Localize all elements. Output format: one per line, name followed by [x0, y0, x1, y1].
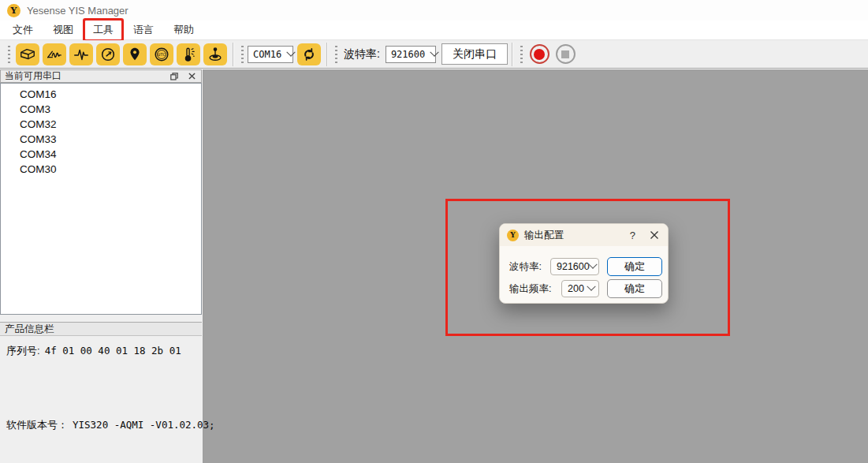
com-port-value: COM16 — [253, 49, 281, 60]
cube-3d-view-button[interactable] — [16, 43, 39, 65]
toolbar-drag-handle[interactable] — [241, 46, 244, 63]
dialog-baud-row: 波特率: 921600 确定 — [500, 257, 669, 276]
float-icon — [170, 73, 178, 80]
baud-rate-label: 波特率: — [344, 47, 380, 62]
available-ports-list: COM16 COM3 COM32 COM33 COM34 COM30 — [0, 83, 202, 315]
port-list-item[interactable]: COM33 — [1, 132, 201, 147]
thermometer-icon — [180, 46, 197, 63]
output-config-dialog: Y 输出配置 ? 波特率: 921600 确定 输出频率: 200 确定 — [499, 223, 669, 304]
dialog-frequency-row: 输出频率: 200 确定 — [500, 279, 669, 298]
chevron-down-icon — [587, 282, 595, 291]
frequency-confirm-button[interactable]: 确定 — [607, 279, 662, 298]
location-pin-icon — [126, 46, 143, 63]
toolbar-separator — [512, 43, 512, 66]
dialog-title: 输出配置 — [524, 229, 564, 242]
gauge-icon — [99, 46, 117, 63]
menu-item-file[interactable]: 文件 — [5, 21, 41, 39]
dialog-baud-select[interactable]: 921600 — [550, 258, 599, 275]
product-info-header: 产品信息栏 — [0, 322, 202, 336]
cube-icon — [19, 46, 36, 63]
float-panel-button[interactable] — [169, 71, 180, 82]
title-bar: Y Yesense YIS Manager — [0, 0, 868, 21]
location-button[interactable] — [123, 43, 147, 65]
app-window: Y Yesense YIS Manager 文件 视图 工具 语言 帮助 UTC — [0, 0, 868, 463]
angle-wave-chart-button[interactable] — [43, 43, 66, 65]
port-list-item[interactable]: COM30 — [1, 162, 201, 177]
temperature-button[interactable] — [177, 43, 200, 65]
port-list-item[interactable]: COM3 — [1, 102, 201, 117]
refresh-icon — [301, 47, 317, 62]
port-list-item[interactable]: COM32 — [1, 117, 201, 132]
dialog-baud-label: 波特率: — [509, 260, 542, 274]
window-title: Yesense YIS Manager — [27, 5, 129, 17]
record-button[interactable] — [530, 44, 549, 64]
pressure-probe-icon — [207, 46, 224, 63]
toolbar-separator — [326, 43, 327, 66]
refresh-ports-button[interactable] — [297, 43, 321, 65]
toolbar-drag-handle[interactable] — [520, 46, 523, 63]
software-version-value: YIS320 -AQMI -V01.02.03; — [73, 419, 215, 431]
svg-text:UTC: UTC — [158, 52, 165, 57]
port-list-item[interactable]: COM16 — [1, 87, 201, 102]
menu-item-tools[interactable]: 工具 — [85, 21, 121, 39]
dialog-baud-value: 921600 — [557, 261, 590, 272]
dialog-frequency-value: 200 — [568, 283, 584, 294]
port-list-item[interactable]: COM34 — [1, 147, 201, 162]
baud-confirm-button[interactable]: 确定 — [607, 257, 662, 276]
dialog-close-button[interactable] — [650, 230, 659, 240]
com-port-select[interactable]: COM16 — [248, 46, 293, 63]
dialog-titlebar: Y 输出配置 ? — [500, 224, 668, 246]
dialog-frequency-label: 输出频率: — [509, 282, 551, 296]
ports-panel-titlebar: 当前可用串口 — [0, 69, 202, 83]
serial-number-label: 序列号: — [6, 345, 40, 357]
dialog-help-button[interactable]: ? — [627, 230, 639, 241]
toolbar-separator — [233, 43, 233, 66]
pressure-probe-button[interactable] — [203, 43, 227, 65]
utc-clock-icon: UTC — [153, 46, 170, 63]
pulse-chart-button[interactable] — [69, 43, 93, 65]
toolbar: UTC COM16 波特率: 921600 关闭串口 — [0, 40, 868, 69]
utc-clock-button[interactable]: UTC — [150, 43, 173, 65]
serial-number-value: 4f 01 00 40 01 18 2b 01 — [45, 345, 181, 357]
baud-rate-value: 921600 — [391, 49, 425, 60]
dialog-frequency-select[interactable]: 200 — [561, 280, 599, 297]
baud-rate-select[interactable]: 921600 — [386, 46, 436, 63]
sidebar: 当前可用串口 COM16 COM3 COM32 COM33 COM34 COM3… — [0, 69, 203, 463]
yesense-logo-icon: Y — [7, 4, 20, 17]
chevron-down-icon — [430, 47, 439, 56]
menu-bar: 文件 视图 工具 语言 帮助 — [0, 21, 868, 40]
serial-number-line: 序列号:4f 01 00 40 01 18 2b 01 — [6, 344, 181, 358]
toolbar-drag-handle[interactable] — [335, 46, 337, 63]
chevron-down-icon — [286, 47, 295, 56]
menu-item-language[interactable]: 语言 — [125, 21, 162, 39]
software-version-label: 软件版本号： — [6, 419, 68, 431]
gauge-button[interactable] — [96, 43, 120, 65]
yesense-logo-icon: Y — [507, 230, 519, 241]
stop-button[interactable] — [556, 44, 576, 64]
pulse-icon — [73, 46, 90, 63]
software-version-line: 软件版本号：YIS320 -AQMI -V01.02.03; — [6, 418, 215, 432]
angle-wave-icon — [46, 46, 63, 63]
menu-item-view[interactable]: 视图 — [45, 21, 81, 39]
ports-panel-title: 当前可用串口 — [5, 69, 61, 83]
close-icon — [650, 230, 659, 240]
record-icon — [534, 49, 545, 60]
toolbar-drag-handle[interactable] — [8, 46, 10, 63]
close-serial-port-button[interactable]: 关闭串口 — [441, 43, 508, 65]
close-icon — [188, 73, 196, 80]
stop-icon — [561, 50, 569, 58]
menu-item-help[interactable]: 帮助 — [166, 21, 202, 39]
close-panel-button[interactable] — [186, 71, 197, 82]
